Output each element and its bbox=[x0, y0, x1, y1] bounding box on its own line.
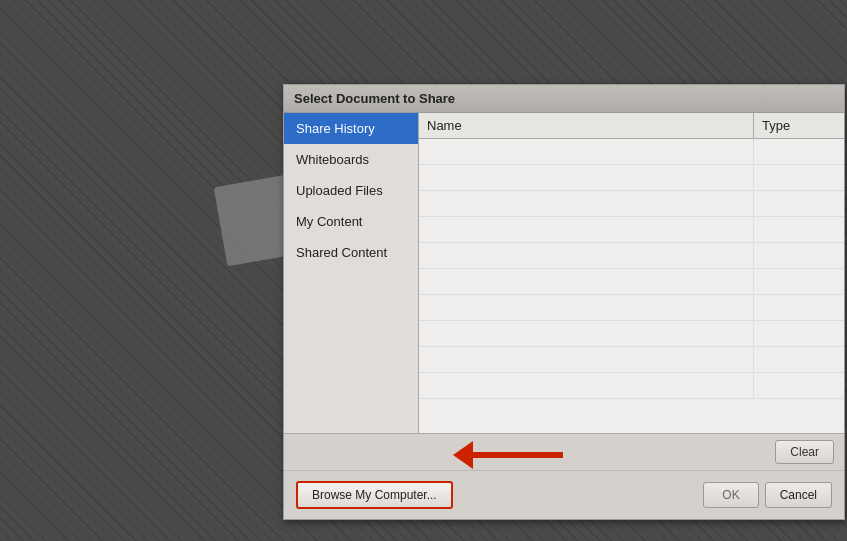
dialog-body: Share History Whiteboards Uploaded Files… bbox=[284, 113, 844, 519]
select-document-dialog: Select Document to Share Share History W… bbox=[283, 84, 845, 520]
table-row bbox=[419, 373, 844, 399]
col-name-header: Name bbox=[419, 113, 754, 138]
arrow-annotation bbox=[453, 441, 563, 469]
dialog-backdrop: Select Document to Share Share History W… bbox=[0, 0, 847, 541]
main-area: Name Type bbox=[419, 113, 844, 433]
dialog-footer: Browse My Computer... OK Cancel bbox=[284, 470, 844, 519]
table-row bbox=[419, 269, 844, 295]
table-row bbox=[419, 295, 844, 321]
sidebar-item-uploaded-files[interactable]: Uploaded Files bbox=[284, 175, 418, 206]
col-type-header: Type bbox=[754, 113, 844, 138]
cancel-button[interactable]: Cancel bbox=[765, 482, 832, 508]
footer-left: Browse My Computer... bbox=[296, 481, 453, 509]
table-row bbox=[419, 217, 844, 243]
table-row bbox=[419, 347, 844, 373]
sidebar-item-share-history[interactable]: Share History bbox=[284, 113, 418, 144]
footer-right: OK Cancel bbox=[703, 482, 832, 508]
sidebar-item-my-content[interactable]: My Content bbox=[284, 206, 418, 237]
clear-button[interactable]: Clear bbox=[775, 440, 834, 464]
table-row bbox=[419, 321, 844, 347]
arrow-shaft bbox=[473, 452, 563, 458]
browse-button[interactable]: Browse My Computer... bbox=[296, 481, 453, 509]
table-rows bbox=[419, 139, 844, 433]
dialog-title-bar: Select Document to Share bbox=[284, 85, 844, 113]
arrow-head bbox=[453, 441, 473, 469]
table-row bbox=[419, 139, 844, 165]
table-row bbox=[419, 191, 844, 217]
sidebar-item-whiteboards[interactable]: Whiteboards bbox=[284, 144, 418, 175]
ok-button[interactable]: OK bbox=[703, 482, 758, 508]
sidebar: Share History Whiteboards Uploaded Files… bbox=[284, 113, 419, 433]
dialog-title: Select Document to Share bbox=[294, 91, 455, 106]
table-row bbox=[419, 165, 844, 191]
dialog-content: Share History Whiteboards Uploaded Files… bbox=[284, 113, 844, 433]
table-row bbox=[419, 243, 844, 269]
bottom-area: Clear bbox=[284, 433, 844, 470]
sidebar-item-shared-content[interactable]: Shared Content bbox=[284, 237, 418, 268]
table-header: Name Type bbox=[419, 113, 844, 139]
